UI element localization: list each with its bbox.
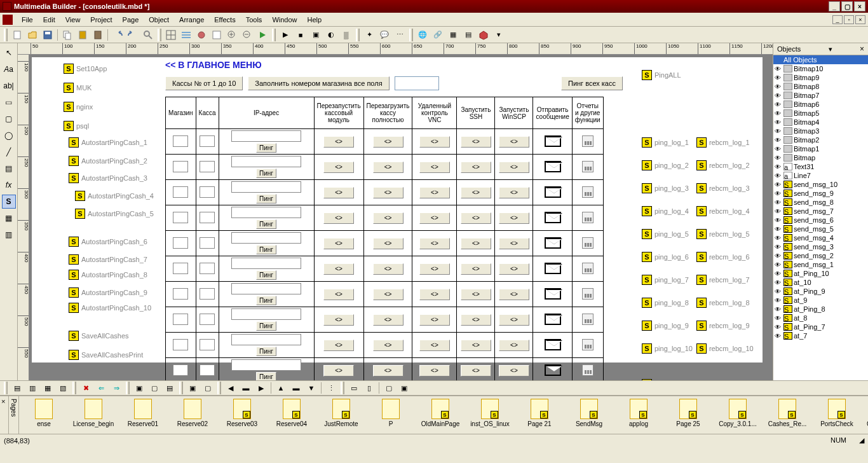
ssh-button[interactable]: <> [461,136,491,148]
undo-icon[interactable] [111,28,125,42]
send-message-icon[interactable] [545,135,561,147]
kassa-input[interactable] [200,314,215,325]
object-item[interactable]: 👁Ssend_msg_9 [773,189,868,198]
object-item[interactable]: 👁aLine7 [773,171,868,180]
page-thumb[interactable]: Reserve04 [267,399,316,427]
back-to-menu-link[interactable]: << В ГЛАВНОЕ МЕНЮ [159,57,629,73]
visibility-icon[interactable]: 👁 [775,172,783,179]
object-item[interactable]: 👁Bitmap3 [773,127,868,135]
tool-icon[interactable]: ▤ [461,28,475,42]
reboot-button[interactable]: <> [373,289,403,300]
send-message-icon[interactable] [545,314,561,325]
kassa-input[interactable] [200,186,215,198]
visibility-icon[interactable]: 👁 [775,315,783,322]
object-item[interactable]: 👁Bitmap2 [773,135,868,144]
kassa-input[interactable] [200,339,215,350]
script-object[interactable]: SAutostartPingCash_8 [69,270,147,280]
menu-file[interactable]: File [17,15,38,25]
restart-module-button[interactable]: <> [323,314,354,326]
cash-range-button[interactable]: Кассы № от 1 до 10 [165,76,243,90]
open-icon[interactable] [25,28,39,42]
menu-tools[interactable]: Tools [241,15,268,25]
script-object[interactable]: Sping_log_3 [642,183,693,193]
script-object[interactable]: S_log_SaveChanges [642,379,754,380]
object-item[interactable]: 👁Sat_10 [773,278,868,287]
layer-icon[interactable]: ▤ [163,381,177,395]
pages-close-icon[interactable]: × [0,396,9,434]
menu-page[interactable]: Page [118,15,144,25]
menu-arrange[interactable]: Arrange [174,15,209,25]
store-number-input[interactable] [395,76,439,90]
script-object[interactable]: SSaveAllCashesPrint [69,350,143,360]
script-object[interactable]: Sping_log_9 [642,321,693,331]
script-object[interactable]: Srebcm_log_5 [696,229,754,239]
reports-icon[interactable] [582,364,593,376]
objects-list[interactable]: All Objects 👁Bitmap10👁Bitmap9👁Bitmap8👁Bi… [773,55,868,380]
align-icon[interactable]: ▧ [56,381,70,395]
script-object[interactable]: SAutostartPingCash_5 [75,209,154,219]
winscp-button[interactable]: <> [499,289,529,300]
tool-icon[interactable]: ▒ [339,28,353,42]
visibility-icon[interactable]: 👁 [775,208,783,215]
tool-icon[interactable]: ■ [294,28,308,42]
ping-button[interactable]: Пинг [256,321,276,331]
script-object[interactable]: SAutostartPingCash_7 [69,254,147,265]
object-item[interactable]: 👁Sat_9 [773,296,868,305]
distribute-h-icon[interactable]: ▭ [347,381,361,395]
visibility-icon[interactable]: 👁 [775,119,783,126]
vnc-button[interactable]: <> [419,289,450,300]
page-thumb[interactable]: P [366,399,416,427]
object-item[interactable]: 👁Bitmap9 [773,73,868,82]
magazin-input[interactable] [173,135,188,147]
object-item[interactable]: 👁Ssend_msg_8 [773,198,868,207]
clipboard-icon[interactable] [91,28,105,42]
reboot-button[interactable]: <> [373,263,403,275]
script-object[interactable]: SSet10App [64,64,107,74]
arrow-right-icon[interactable]: ⇒ [109,381,123,395]
visibility-icon[interactable]: 👁 [775,235,783,242]
reboot-button[interactable]: <> [373,365,403,377]
dropdown-icon[interactable]: ▾ [492,28,506,42]
magazin-input[interactable] [173,186,188,198]
visibility-icon[interactable]: 👁 [775,128,783,135]
object-item[interactable]: 👁Bitmap7 [773,91,868,100]
arrow-left-icon[interactable]: ⇐ [94,381,108,395]
play-icon[interactable] [255,28,269,42]
align-bottom-icon[interactable]: ▼ [304,381,318,395]
restart-module-button[interactable]: <> [323,238,354,249]
script-object[interactable]: Srebcm_log_8 [696,298,754,308]
size-icon[interactable]: ▣ [397,381,411,395]
tool-icon[interactable]: ▶ [278,28,292,42]
script-object[interactable]: SAutostartPingCash_9 [69,287,147,298]
mdi-restore-button[interactable]: ▫ [844,15,854,24]
list-tool-icon[interactable]: ▤ [2,162,16,176]
maximize-button[interactable]: ▢ [841,1,853,11]
script-object[interactable]: SAutostartPingCash_4 [75,191,154,201]
restart-module-button[interactable]: <> [323,212,354,224]
object-item[interactable]: 👁aText31 [773,162,868,171]
vnc-button[interactable]: <> [419,162,450,173]
close-button[interactable]: × [854,1,865,11]
toolbar-grip[interactable] [4,29,8,41]
winscp-button[interactable]: <> [499,162,529,173]
send-message-icon[interactable] [545,263,561,274]
script-object[interactable]: Srebcm_log_6 [696,252,754,262]
visibility-icon[interactable]: 👁 [775,155,783,162]
menu-help[interactable]: Help [302,15,327,25]
align-top-icon[interactable]: ▲ [274,381,288,395]
object-item[interactable]: 👁Sat_Ping_8 [773,305,868,314]
menu-effects[interactable]: Effects [209,15,240,25]
restart-module-button[interactable]: <> [323,162,354,173]
ssh-button[interactable]: <> [461,238,491,249]
page-thumb[interactable]: ense [19,399,69,427]
script-object[interactable]: Srebcm_log_9 [696,321,754,331]
reports-icon[interactable] [582,212,593,223]
vnc-button[interactable]: <> [419,365,450,377]
find-icon[interactable] [141,28,155,42]
button-tool-icon[interactable]: ▭ [2,95,16,109]
align-icon[interactable]: ▦ [41,381,55,395]
object-item[interactable]: 👁Sat_8 [773,314,868,322]
align-middle-icon[interactable]: ▬ [289,381,303,395]
kassa-input[interactable] [200,135,215,147]
page-thumb[interactable]: Cashes_Re... [763,399,812,427]
